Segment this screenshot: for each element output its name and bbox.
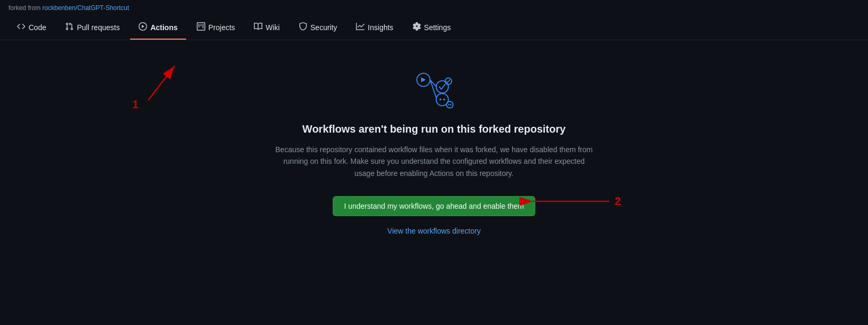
settings-icon <box>413 22 421 32</box>
projects-label: Projects <box>208 23 235 32</box>
svg-point-12 <box>446 101 453 108</box>
view-workflows-link[interactable]: View the workflows directory <box>387 227 480 235</box>
security-label: Security <box>310 23 337 32</box>
annotation-2: 2 <box>525 191 631 222</box>
fork-text: forked from <box>8 4 42 12</box>
svg-line-6 <box>430 80 436 99</box>
main-description: Because this repository contained workfl… <box>276 144 593 179</box>
tab-insights[interactable]: Insights <box>348 16 401 40</box>
settings-label: Settings <box>424 23 451 32</box>
workflow-icon <box>413 72 455 110</box>
fork-link[interactable]: rockbenben/ChatGPT-Shortcut <box>42 4 129 12</box>
svg-point-11 <box>443 99 445 101</box>
svg-point-14 <box>450 104 451 106</box>
tab-pull-requests[interactable]: Pull requests <box>57 16 128 40</box>
svg-point-10 <box>439 99 441 101</box>
tab-actions[interactable]: Actions <box>130 16 186 40</box>
svg-point-13 <box>448 104 450 106</box>
wiki-icon <box>254 22 262 32</box>
pull-requests-label: Pull requests <box>77 23 120 32</box>
tab-code[interactable]: Code <box>8 16 54 40</box>
tab-projects[interactable]: Projects <box>188 16 244 40</box>
wiki-label: Wiki <box>266 23 279 32</box>
svg-text:2: 2 <box>615 194 621 208</box>
insights-label: Insights <box>368 23 393 32</box>
tab-wiki[interactable]: Wiki <box>245 16 288 40</box>
code-label: Code <box>29 23 46 32</box>
svg-point-7 <box>436 81 448 93</box>
svg-marker-4 <box>421 78 426 82</box>
main-title: Workflows aren't being run on this forke… <box>303 123 566 135</box>
actions-label: Actions <box>150 23 177 32</box>
security-icon <box>299 22 307 32</box>
enable-workflows-button[interactable]: I understand my workflows, go ahead and … <box>333 196 535 216</box>
actions-icon <box>139 22 147 32</box>
tab-security[interactable]: Security <box>290 16 346 40</box>
insights-icon <box>356 22 364 32</box>
fork-notice: forked from rockbenben/ChatGPT-Shortcut <box>0 0 868 16</box>
tab-settings[interactable]: Settings <box>404 16 460 40</box>
code-icon <box>17 22 25 32</box>
pull-request-icon <box>65 22 74 32</box>
main-content: Workflows aren't being run on this forke… <box>0 40 868 267</box>
projects-icon <box>197 22 205 32</box>
repository-nav: Code Pull requests Actions <box>0 16 868 40</box>
